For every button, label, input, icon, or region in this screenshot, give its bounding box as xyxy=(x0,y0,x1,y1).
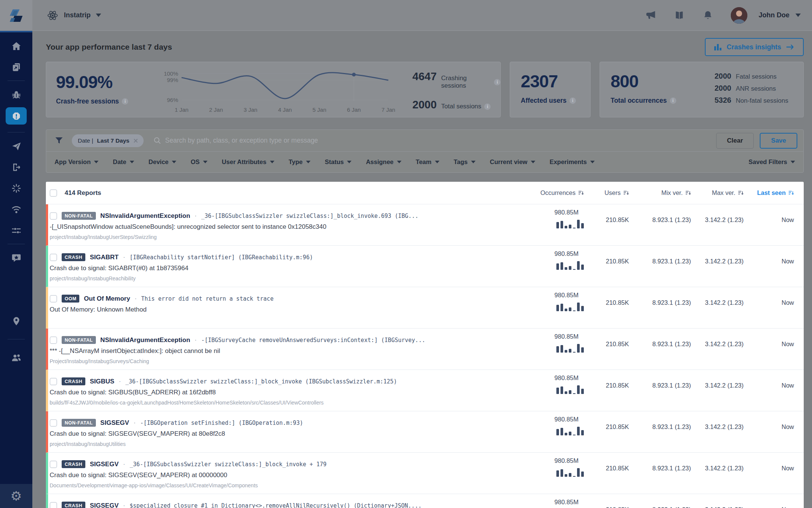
table-header: 414 Reports Occurrences Users Mix ver. M… xyxy=(46,182,804,204)
search-input[interactable] xyxy=(165,137,428,144)
crash-alert-icon xyxy=(11,111,21,121)
report-row[interactable]: CRASH SIGSEGV · _36-[IBGSubclassSwizzler… xyxy=(46,453,804,494)
report-row[interactable]: NON-FATAL NSInvalidArgumentException · -… xyxy=(46,329,804,370)
occurrences-mini-chart xyxy=(556,343,584,353)
report-description: *** -[__NSArrayM insertObject:atIndex:]:… xyxy=(50,347,524,355)
filter-tags[interactable]: Tags xyxy=(454,158,476,166)
report-type-badge: OOM xyxy=(62,295,79,303)
sidebar-item-feedback[interactable] xyxy=(6,138,27,154)
occurrences-value: 980.85M xyxy=(554,250,579,257)
sidebar-item-releases[interactable] xyxy=(6,160,27,175)
sidebar-item-bug-reports[interactable] xyxy=(6,87,27,102)
occurrences-cell: 980.85M xyxy=(527,453,584,494)
row-checkbox[interactable] xyxy=(50,502,57,508)
row-checkbox[interactable] xyxy=(50,295,57,303)
report-row[interactable]: CRASH SIGSEGV · $specialized closure #1 … xyxy=(46,494,804,508)
filter-device[interactable]: Device xyxy=(148,158,176,166)
sidebar-item-team[interactable] xyxy=(6,350,27,365)
date-filter-chip[interactable]: Date | Last 7 Days xyxy=(72,134,144,147)
filter-team[interactable]: Team xyxy=(416,158,439,166)
filter-user-attributes[interactable]: User Attributes xyxy=(222,158,274,166)
top-bar: Instatrip John Doe xyxy=(0,0,812,31)
clear-button[interactable]: Clear xyxy=(716,133,754,149)
separator-dot: · xyxy=(123,461,125,468)
sidebar-divider xyxy=(8,132,25,132)
sidebar-item-app-ratings[interactable] xyxy=(6,250,27,265)
occurrences-mini-chart xyxy=(556,426,584,435)
column-max-ver[interactable]: Max ver. xyxy=(691,189,744,196)
separator-dot: · xyxy=(195,213,197,219)
info-icon[interactable]: i xyxy=(570,97,576,104)
row-checkbox[interactable] xyxy=(50,461,57,468)
close-icon[interactable] xyxy=(133,138,138,143)
user-menu[interactable]: John Doe xyxy=(731,7,801,24)
filter-app-version[interactable]: App Version xyxy=(55,158,98,166)
chevron-down-icon xyxy=(270,161,274,163)
sidebar-item-sessions[interactable] xyxy=(6,59,27,75)
bell-icon[interactable] xyxy=(702,10,714,21)
non-fatal-sessions-label: Non-fatal sessions xyxy=(736,97,788,105)
save-button[interactable]: Save xyxy=(760,133,797,149)
sidebar-item-home[interactable] xyxy=(6,38,27,53)
report-location-code: _36-[IBGSubclassSwizzler swizzleClass:]_… xyxy=(125,378,397,385)
report-title: SIGSEGV xyxy=(90,461,119,468)
filter-os[interactable]: OS xyxy=(191,158,208,166)
report-row[interactable]: OOM Out Of Memory · This error did not r… xyxy=(46,287,804,329)
crash-free-trend-chart: 100%99%96%1 Jan2 Jan3 Jan4 Jan5 Jan6 Jan… xyxy=(159,62,407,117)
filter-experiments[interactable]: Experiments xyxy=(550,158,595,166)
info-icon[interactable]: i xyxy=(494,79,500,85)
column-occurrences[interactable]: Occurrences xyxy=(527,189,584,196)
megaphone-icon[interactable] xyxy=(645,10,656,21)
filter-current-view[interactable]: Current view xyxy=(490,158,535,166)
info-icon[interactable]: i xyxy=(484,103,491,110)
filter-dropdowns: App Version Date Device OS User Attribut… xyxy=(46,152,803,172)
row-checkbox[interactable] xyxy=(50,336,57,344)
sidebar-item-user-steps[interactable] xyxy=(6,313,27,329)
report-location-code: _36-[IBGSubclassSwizzler swizzleClass:]_… xyxy=(130,461,327,468)
sliders-icon xyxy=(11,225,21,236)
instabug-logo[interactable] xyxy=(0,0,32,31)
app-selector[interactable]: Instatrip xyxy=(47,9,101,21)
filter-type[interactable]: Type xyxy=(289,158,311,166)
sidebar-item-network[interactable] xyxy=(6,202,27,217)
crashing-sessions-label: Crashing sessions xyxy=(441,75,491,90)
report-row[interactable]: CRASH SIGBUS · _36-[IBGSubclassSwizzler … xyxy=(46,370,804,411)
svg-text:2 Jan: 2 Jan xyxy=(209,106,223,113)
chevron-down-icon xyxy=(531,161,535,163)
crashing-sessions-value: 4647 xyxy=(412,70,437,83)
svg-text:7 Jan: 7 Jan xyxy=(382,106,395,113)
row-checkbox[interactable] xyxy=(50,212,57,220)
row-checkbox[interactable] xyxy=(50,254,57,261)
info-icon[interactable]: i xyxy=(670,97,676,104)
users-cell: 210.85K xyxy=(584,411,629,452)
row-checkbox[interactable] xyxy=(50,378,57,385)
sidebar-item-crashes[interactable] xyxy=(6,107,27,125)
select-all-checkbox[interactable] xyxy=(50,189,57,197)
anr-sessions-label: ANR sessions xyxy=(736,85,776,93)
sidebar-item-settings[interactable]: ⚙ xyxy=(0,484,32,508)
info-icon[interactable]: i xyxy=(122,98,128,105)
home-icon xyxy=(11,41,21,51)
column-mix-ver[interactable]: Mix ver. xyxy=(629,189,691,196)
crashes-insights-button[interactable]: Crashes insights xyxy=(705,38,804,56)
report-row[interactable]: CRASH SIGABRT · [IBGReachability startNo… xyxy=(46,246,804,287)
sidebar-item-apm[interactable] xyxy=(6,181,27,196)
sort-icon xyxy=(578,190,584,196)
row-checkbox[interactable] xyxy=(50,419,57,427)
filter-status[interactable]: Status xyxy=(325,158,351,166)
column-last-seen[interactable]: Last seen xyxy=(744,189,794,196)
fatal-sessions-label: Fatal sessions xyxy=(736,73,777,81)
report-row[interactable]: NON-FATAL SIGSEGV · -[IBGOperation setFi… xyxy=(46,411,804,453)
filter-date[interactable]: Date xyxy=(113,158,134,166)
report-description: Crash due to signal: SIGSEGV(SEGV_MAPERR… xyxy=(50,471,524,479)
docs-book-icon[interactable] xyxy=(674,10,685,21)
saved-filters[interactable]: Saved Filters xyxy=(748,158,795,166)
crash-free-value: 99.09% xyxy=(56,72,159,92)
report-row[interactable]: NON-FATAL NSInvalidArgumentException · _… xyxy=(46,204,804,246)
column-users[interactable]: Users xyxy=(584,189,629,196)
sidebar-item-feature-flags[interactable] xyxy=(6,223,27,238)
filter-assignee[interactable]: Assignee xyxy=(366,158,401,166)
occurrences-mini-chart xyxy=(556,219,584,228)
occurrences-cell: 980.85M xyxy=(527,287,584,328)
svg-text:5 Jan: 5 Jan xyxy=(312,106,326,113)
